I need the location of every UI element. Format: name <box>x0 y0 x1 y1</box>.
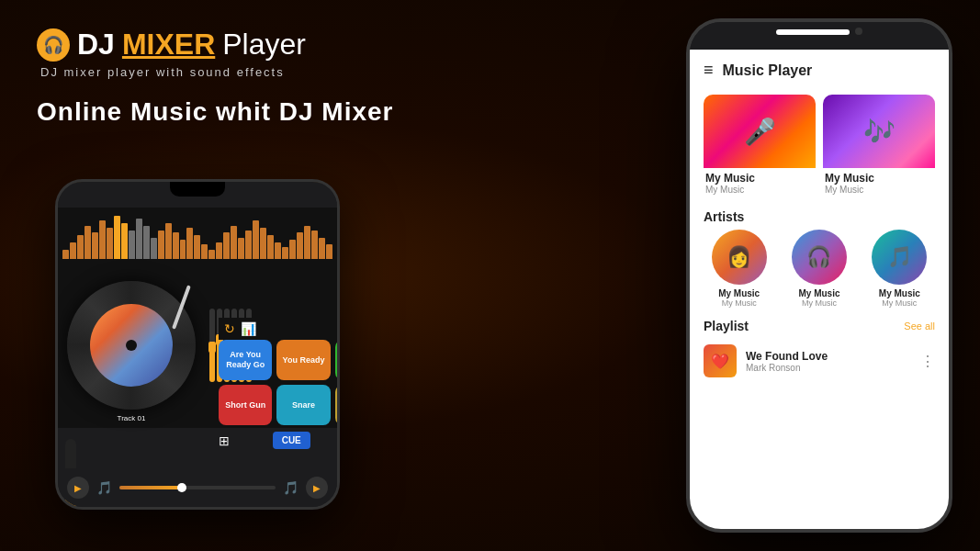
logo-dj-text: DJ <box>77 28 115 62</box>
music-card-sub-2: My Music <box>825 185 933 195</box>
music-card-info-1: My Music My Music <box>704 168 816 198</box>
playlist-header: Playlist See all <box>690 315 949 339</box>
cue-button[interactable]: CUE <box>273 432 310 449</box>
left-panel: 🎧 DJ MIXER Player DJ mixer player with s… <box>0 0 606 551</box>
phone2-outer: ≡ Music Player 🎤 My Music My Music 🎶 My … <box>686 18 952 533</box>
pad-short-gun[interactable]: Short Gun <box>219 385 272 425</box>
artists-section-title: Artists <box>690 206 949 230</box>
pad-robot[interactable]: Robot <box>335 385 340 425</box>
play-button[interactable]: ▶ <box>67 477 89 499</box>
artist-item-2[interactable]: 🎧 My Music My Music <box>783 230 854 308</box>
playlist-track-1: We Found Love <box>746 350 911 363</box>
right-panel: ≡ Music Player 🎤 My Music My Music 🎶 My … <box>686 18 952 533</box>
artist-item-1[interactable]: 👩 My Music My Music <box>704 230 774 308</box>
logo-icon: 🎧 <box>37 28 70 62</box>
pad-snare[interactable]: Snare <box>276 385 330 425</box>
artist-avatar-2: 🎧 <box>792 230 847 285</box>
grid-icon[interactable]: ⊞ <box>219 433 230 448</box>
artist-item-3[interactable]: 🎵 My Music My Music <box>864 230 935 308</box>
waveform-area: MENU <box>58 208 337 263</box>
artist-name-2: My Music <box>798 288 839 298</box>
phone2-title: Music Player <box>723 62 813 79</box>
slider-track-1[interactable] <box>209 309 215 382</box>
music-card-img-2: 🎶 <box>823 95 935 168</box>
turntable-label: Track 01 <box>118 414 146 422</box>
artist-sub-2: My Music <box>802 298 837 308</box>
logo-title: 🎧 DJ MIXER Player <box>37 28 569 62</box>
music-card-2[interactable]: 🎶 My Music My Music <box>823 95 935 198</box>
playlist-more-icon-1[interactable]: ⋮ <box>920 353 935 370</box>
pad-kick[interactable]: Kick <box>335 340 340 380</box>
progress-fill <box>119 486 182 489</box>
music-card-img-1: 🎤 <box>704 95 816 168</box>
tagline: Online Music whit DJ Mixer <box>37 97 569 127</box>
hamburger-icon[interactable]: ≡ <box>704 61 714 80</box>
logo-mixer-text: MIXER <box>122 28 215 62</box>
playlist-item-1[interactable]: ❤️ We Found Love Mark Ronson ⋮ <box>690 339 949 383</box>
artist-avatar-1: 👩 <box>712 230 767 285</box>
avatar-inner-3: 🎵 <box>872 230 927 285</box>
music-card-sub-1: My Music <box>705 185 814 195</box>
playlist-info-1: We Found Love Mark Ronson <box>746 350 911 373</box>
playlist-thumb-1: ❤️ <box>704 344 737 377</box>
dj-controls: Track 01 <box>58 263 337 428</box>
logo-area: 🎧 DJ MIXER Player DJ mixer player with s… <box>37 28 569 79</box>
artist-name-3: My Music <box>879 288 920 298</box>
music-list-icon[interactable]: 🎵 <box>96 480 112 495</box>
pad-area: ↻ 📊 Are You Ready Go You Ready Kick Shor… <box>219 318 340 451</box>
eq-icon[interactable]: 📊 <box>241 321 256 336</box>
pad-you-ready[interactable]: You Ready <box>276 340 330 380</box>
phone2-pill <box>776 29 850 35</box>
music-card-1[interactable]: 🎤 My Music My Music <box>704 95 816 198</box>
loop-icon[interactable]: ↻ <box>224 321 235 336</box>
phone-top-bar <box>58 182 337 208</box>
next-button[interactable]: ▶ <box>306 477 328 499</box>
turntable-disc <box>67 281 196 410</box>
turntable-center <box>126 340 137 351</box>
playlist-artist-1: Mark Ronson <box>746 363 911 373</box>
avatar-inner-2: 🎧 <box>792 230 847 285</box>
phone2-content: ≡ Music Player 🎤 My Music My Music 🎶 My … <box>690 50 949 529</box>
phone2-header: ≡ Music Player <box>690 50 949 87</box>
headphones-icon: 🎧 <box>43 35 63 55</box>
playlist-section-title: Playlist <box>704 319 749 333</box>
progress-thumb <box>177 483 186 492</box>
waveform-bars <box>58 211 337 259</box>
artist-avatar-3: 🎵 <box>872 230 927 285</box>
phone2-camera-dot <box>855 28 862 35</box>
artist-name-1: My Music <box>718 288 760 298</box>
pad-grid: Are You Ready Go You Ready Kick Short Gu… <box>219 340 340 425</box>
music-grid: 🎤 My Music My Music 🎶 My Music My Music <box>690 87 949 206</box>
logo-player-text: Player <box>222 28 306 62</box>
avatar-inner-1: 👩 <box>712 230 767 285</box>
artist-sub-3: My Music <box>882 298 917 308</box>
music-card-info-2: My Music My Music <box>823 168 935 198</box>
pad-are-you-ready-go[interactable]: Are You Ready Go <box>219 340 272 380</box>
music-card-title-1: My Music <box>705 172 814 185</box>
phone-mockup-1: MENU <box>55 179 340 510</box>
artists-row: 👩 My Music My Music 🎧 My Music My Music … <box>690 230 949 315</box>
turntable-area: Track 01 <box>58 263 205 428</box>
phone-notch <box>170 182 225 197</box>
music-card-title-2: My Music <box>825 172 933 185</box>
artist-sub-1: My Music <box>722 298 757 308</box>
progress-bar[interactable] <box>119 486 276 489</box>
see-all-button[interactable]: See all <box>904 320 935 332</box>
ctrl-icons-row: ↻ 📊 <box>219 318 340 340</box>
playback-bar: ▶ 🎵 🎵 ▶ <box>58 468 337 507</box>
shuffle-icon[interactable]: 🎵 <box>283 480 299 495</box>
phone2-notch-bar <box>690 22 949 50</box>
pad-footer: ⊞ CUE Board 2 <box>219 430 340 451</box>
logo-subtitle: DJ mixer player with sound effects <box>40 65 569 79</box>
tonearm <box>172 285 191 329</box>
